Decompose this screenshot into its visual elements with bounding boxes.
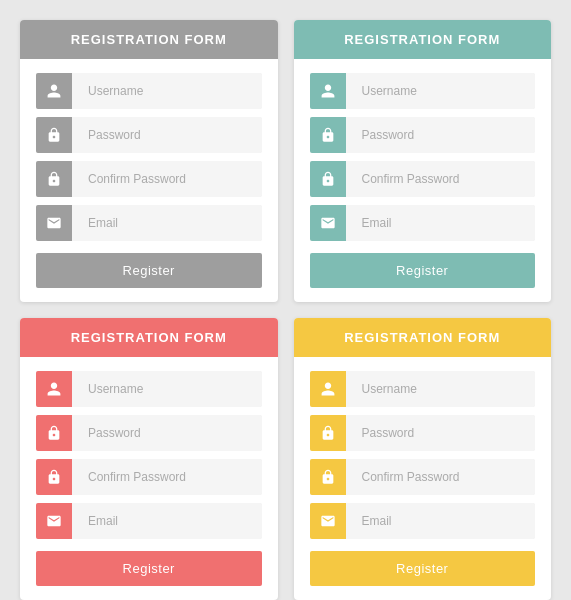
card-header-teal: REGISTRATION FORM: [294, 20, 552, 59]
field-label-0[interactable]: Username: [346, 371, 536, 407]
card-body-gray: UsernamePasswordConfirm PasswordEmailReg…: [20, 59, 278, 302]
register-button-gray[interactable]: Register: [36, 253, 262, 288]
field-label-0[interactable]: Username: [72, 371, 262, 407]
lock-icon: [36, 415, 72, 451]
user-icon: [310, 371, 346, 407]
card-header-coral: REGISTRATION FORM: [20, 318, 278, 357]
field-row-email-3: Email: [36, 503, 262, 539]
field-row-user-0: Username: [36, 73, 262, 109]
registration-card-teal: REGISTRATION FORMUsernamePasswordConfirm…: [294, 20, 552, 302]
user-icon: [310, 73, 346, 109]
field-label-3[interactable]: Email: [346, 503, 536, 539]
user-icon: [36, 73, 72, 109]
field-label-3[interactable]: Email: [346, 205, 536, 241]
register-button-teal[interactable]: Register: [310, 253, 536, 288]
card-body-yellow: UsernamePasswordConfirm PasswordEmailReg…: [294, 357, 552, 600]
card-body-teal: UsernamePasswordConfirm PasswordEmailReg…: [294, 59, 552, 302]
field-row-user-0: Username: [310, 371, 536, 407]
email-icon: [36, 503, 72, 539]
registration-card-yellow: REGISTRATION FORMUsernamePasswordConfirm…: [294, 318, 552, 600]
lock-icon: [36, 459, 72, 495]
field-row-lock-1: Password: [36, 415, 262, 451]
field-row-lock-1: Password: [310, 415, 536, 451]
main-grid: REGISTRATION FORMUsernamePasswordConfirm…: [0, 0, 571, 600]
field-label-0[interactable]: Username: [72, 73, 262, 109]
field-row-user-0: Username: [36, 371, 262, 407]
lock-icon: [36, 161, 72, 197]
field-label-1[interactable]: Password: [72, 117, 262, 153]
lock-icon: [310, 459, 346, 495]
field-row-lock-1: Password: [36, 117, 262, 153]
field-label-2[interactable]: Confirm Password: [72, 459, 262, 495]
email-icon: [36, 205, 72, 241]
card-header-yellow: REGISTRATION FORM: [294, 318, 552, 357]
field-row-lock-2: Confirm Password: [310, 161, 536, 197]
field-label-1[interactable]: Password: [346, 117, 536, 153]
field-row-email-3: Email: [36, 205, 262, 241]
registration-card-gray: REGISTRATION FORMUsernamePasswordConfirm…: [20, 20, 278, 302]
lock-icon: [310, 161, 346, 197]
field-label-3[interactable]: Email: [72, 503, 262, 539]
lock-icon: [310, 117, 346, 153]
field-row-lock-2: Confirm Password: [36, 161, 262, 197]
lock-icon: [36, 117, 72, 153]
field-label-2[interactable]: Confirm Password: [72, 161, 262, 197]
registration-card-coral: REGISTRATION FORMUsernamePasswordConfirm…: [20, 318, 278, 600]
email-icon: [310, 503, 346, 539]
card-header-gray: REGISTRATION FORM: [20, 20, 278, 59]
field-row-user-0: Username: [310, 73, 536, 109]
field-row-lock-2: Confirm Password: [36, 459, 262, 495]
field-row-email-3: Email: [310, 205, 536, 241]
field-row-lock-1: Password: [310, 117, 536, 153]
card-body-coral: UsernamePasswordConfirm PasswordEmailReg…: [20, 357, 278, 600]
field-row-lock-2: Confirm Password: [310, 459, 536, 495]
field-row-email-3: Email: [310, 503, 536, 539]
field-label-1[interactable]: Password: [346, 415, 536, 451]
field-label-1[interactable]: Password: [72, 415, 262, 451]
field-label-0[interactable]: Username: [346, 73, 536, 109]
register-button-yellow[interactable]: Register: [310, 551, 536, 586]
field-label-2[interactable]: Confirm Password: [346, 161, 536, 197]
register-button-coral[interactable]: Register: [36, 551, 262, 586]
field-label-3[interactable]: Email: [72, 205, 262, 241]
email-icon: [310, 205, 346, 241]
lock-icon: [310, 415, 346, 451]
field-label-2[interactable]: Confirm Password: [346, 459, 536, 495]
user-icon: [36, 371, 72, 407]
